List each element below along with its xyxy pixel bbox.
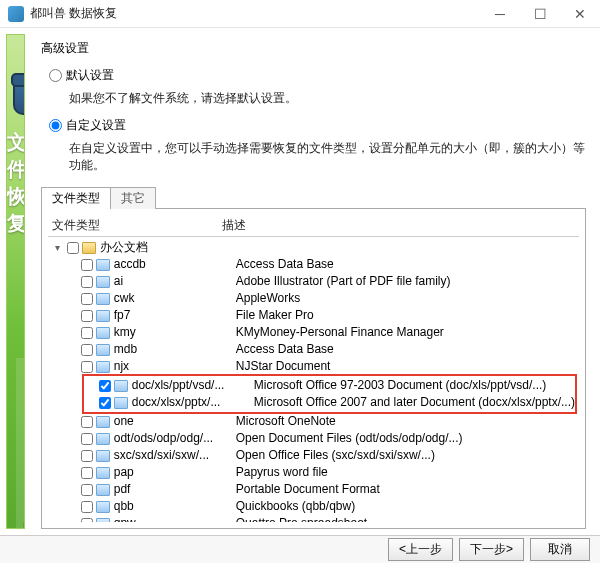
item-desc: Open Document Files (odt/ods/odp/odg/...… bbox=[236, 430, 463, 447]
item-name: sxc/sxd/sxi/sxw/... bbox=[114, 447, 236, 464]
tree-row[interactable]: mdbAccess Data Base bbox=[48, 341, 579, 358]
sidebar-title: 文件恢复 bbox=[7, 129, 24, 237]
item-name: pdf bbox=[114, 481, 236, 498]
checkbox[interactable] bbox=[81, 450, 93, 462]
checkbox[interactable] bbox=[81, 518, 93, 523]
item-desc: AppleWorks bbox=[236, 290, 300, 307]
item-desc: Quickbooks (qbb/qbw) bbox=[236, 498, 355, 515]
item-name: doc/xls/ppt/vsd/... bbox=[132, 377, 254, 394]
col-header-type: 文件类型 bbox=[52, 217, 222, 234]
file-icon bbox=[96, 276, 110, 288]
checkbox[interactable] bbox=[67, 242, 79, 254]
file-icon bbox=[96, 416, 110, 428]
item-name: qpw bbox=[114, 515, 236, 522]
item-desc: Microsoft OneNote bbox=[236, 413, 336, 430]
radio-custom-label: 自定义设置 bbox=[66, 117, 126, 134]
radio-custom[interactable]: 自定义设置 bbox=[49, 117, 586, 134]
checkbox[interactable] bbox=[81, 484, 93, 496]
item-desc: Access Data Base bbox=[236, 256, 334, 273]
tree-row[interactable]: aiAdobe Illustrator (Part of PDF file fa… bbox=[48, 273, 579, 290]
tree-row[interactable]: kmyKMyMoney-Personal Finance Manager bbox=[48, 324, 579, 341]
tree-row[interactable]: doc/xls/ppt/vsd/...Microsoft Office 97-2… bbox=[84, 377, 575, 394]
radio-default-label: 默认设置 bbox=[66, 67, 114, 84]
tree-row[interactable]: ▾办公文档 bbox=[48, 239, 579, 256]
item-name: pap bbox=[114, 464, 236, 481]
tree-row[interactable]: fp7File Maker Pro bbox=[48, 307, 579, 324]
item-name: odt/ods/odp/odg/... bbox=[114, 430, 236, 447]
tree-row[interactable]: cwkAppleWorks bbox=[48, 290, 579, 307]
checkbox[interactable] bbox=[81, 467, 93, 479]
tab-other[interactable]: 其它 bbox=[110, 187, 156, 209]
file-icon bbox=[96, 259, 110, 271]
tabs: 文件类型 其它 bbox=[41, 186, 586, 208]
item-name: 办公文档 bbox=[100, 239, 222, 256]
file-icon bbox=[96, 293, 110, 305]
item-name: qbb bbox=[114, 498, 236, 515]
file-icon bbox=[96, 327, 110, 339]
item-name: kmy bbox=[114, 324, 236, 341]
checkbox[interactable] bbox=[81, 310, 93, 322]
checkbox[interactable] bbox=[99, 380, 111, 392]
item-desc: Quattro Pro spreadsheet bbox=[236, 515, 367, 522]
radio-custom-input[interactable] bbox=[49, 119, 62, 132]
next-button[interactable]: 下一步> bbox=[459, 538, 524, 561]
item-name: njx bbox=[114, 358, 236, 375]
window-title: 都叫兽 数据恢复 bbox=[30, 5, 480, 22]
file-icon bbox=[114, 397, 128, 409]
item-name: docx/xlsx/pptx/... bbox=[132, 394, 254, 411]
checkbox[interactable] bbox=[81, 501, 93, 513]
tree-row[interactable]: docx/xlsx/pptx/...Microsoft Office 2007 … bbox=[84, 394, 575, 411]
col-header-desc: 描述 bbox=[222, 217, 575, 234]
maximize-button[interactable]: ☐ bbox=[520, 0, 560, 28]
highlight-box: doc/xls/ppt/vsd/...Microsoft Office 97-2… bbox=[82, 374, 577, 414]
file-icon bbox=[96, 518, 110, 523]
collapse-icon[interactable]: ▾ bbox=[52, 239, 64, 256]
tree-row[interactable]: accdbAccess Data Base bbox=[48, 256, 579, 273]
file-icon bbox=[114, 380, 128, 392]
checkbox[interactable] bbox=[81, 344, 93, 356]
checkbox[interactable] bbox=[81, 259, 93, 271]
item-desc: Adobe Illustrator (Part of PDF file fami… bbox=[236, 273, 451, 290]
item-name: mdb bbox=[114, 341, 236, 358]
sidebar: + 文件恢复 bbox=[6, 34, 25, 529]
checkbox[interactable] bbox=[81, 293, 93, 305]
file-types-panel: 文件类型 描述 ▾办公文档accdbAccess Data BaseaiAdob… bbox=[41, 208, 586, 529]
file-icon bbox=[96, 450, 110, 462]
cancel-button[interactable]: 取消 bbox=[530, 538, 590, 561]
radio-default-input[interactable] bbox=[49, 69, 62, 82]
file-type-tree[interactable]: ▾办公文档accdbAccess Data BaseaiAdobe Illust… bbox=[48, 237, 579, 522]
tree-row[interactable]: oneMicrosoft OneNote bbox=[48, 413, 579, 430]
tree-row[interactable]: njxNJStar Document bbox=[48, 358, 579, 375]
checkbox[interactable] bbox=[99, 397, 111, 409]
close-button[interactable]: ✕ bbox=[560, 0, 600, 28]
tree-row[interactable]: pdfPortable Document Format bbox=[48, 481, 579, 498]
checkbox[interactable] bbox=[81, 361, 93, 373]
item-desc: Open Office Files (sxc/sxd/sxi/sxw/...) bbox=[236, 447, 435, 464]
tree-row[interactable]: odt/ods/odp/odg/...Open Document Files (… bbox=[48, 430, 579, 447]
back-button[interactable]: <上一步 bbox=[388, 538, 453, 561]
tab-file-types[interactable]: 文件类型 bbox=[41, 187, 111, 209]
item-desc: Microsoft Office 2007 and later Document… bbox=[254, 394, 575, 411]
section-title: 高级设置 bbox=[41, 40, 586, 57]
tree-row[interactable]: qbbQuickbooks (qbb/qbw) bbox=[48, 498, 579, 515]
checkbox[interactable] bbox=[81, 416, 93, 428]
tree-row[interactable]: qpwQuattro Pro spreadsheet bbox=[48, 515, 579, 522]
titlebar: 都叫兽 数据恢复 ─ ☐ ✕ bbox=[0, 0, 600, 28]
file-icon bbox=[96, 433, 110, 445]
item-name: cwk bbox=[114, 290, 236, 307]
item-desc: File Maker Pro bbox=[236, 307, 314, 324]
file-icon bbox=[96, 310, 110, 322]
tree-row[interactable]: papPapyrus word file bbox=[48, 464, 579, 481]
file-icon bbox=[96, 344, 110, 356]
file-icon bbox=[96, 484, 110, 496]
checkbox[interactable] bbox=[81, 327, 93, 339]
checkbox[interactable] bbox=[81, 276, 93, 288]
main-panel: 高级设置 默认设置 如果您不了解文件系统，请选择默认设置。 自定义设置 在自定义… bbox=[25, 34, 594, 529]
list-header: 文件类型 描述 bbox=[48, 215, 579, 237]
checkbox[interactable] bbox=[81, 433, 93, 445]
item-name: fp7 bbox=[114, 307, 236, 324]
tree-row[interactable]: sxc/sxd/sxi/sxw/...Open Office Files (sx… bbox=[48, 447, 579, 464]
radio-default[interactable]: 默认设置 bbox=[49, 67, 586, 84]
footer: <上一步 下一步> 取消 bbox=[0, 535, 600, 563]
minimize-button[interactable]: ─ bbox=[480, 0, 520, 28]
